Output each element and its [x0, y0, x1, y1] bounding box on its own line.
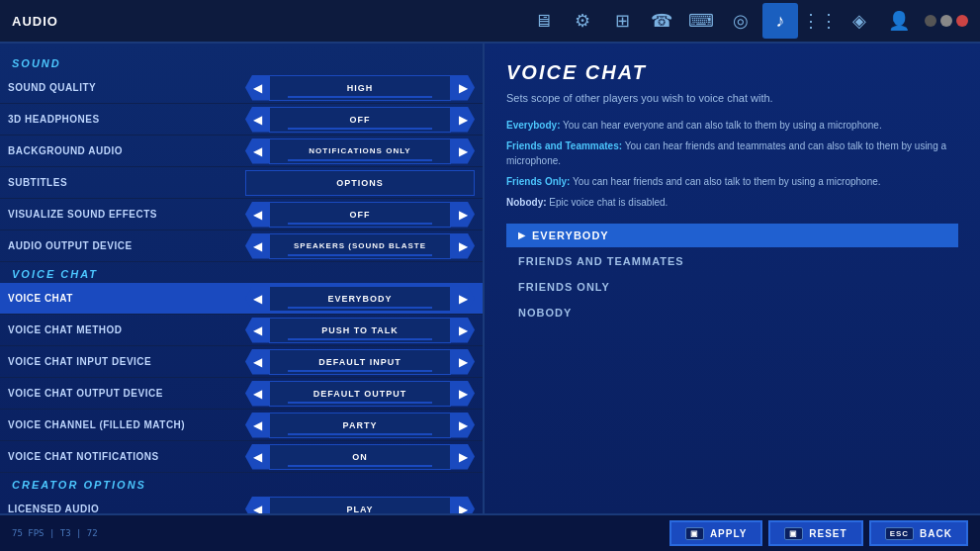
right-panel-title: VOICE CHAT [506, 61, 958, 84]
3d-headphones-value: OFF [269, 107, 451, 133]
subtitles-options-btn[interactable]: OPTIONS [245, 170, 475, 196]
setting-row-sound-quality: SOUND QUALITY ◀ HIGH ▶ [0, 72, 483, 104]
audio-output-label: AUDIO OUTPUT DEVICE [8, 240, 245, 251]
desc-nobody: Nobody: Epic voice chat is disabled. [506, 195, 958, 210]
friends-teammates-label: Friends and Teammates: [506, 140, 622, 151]
section-sound-header: SOUND [0, 51, 483, 72]
nobody-label: Nobody: [506, 197, 547, 208]
option-friends-only[interactable]: FRIENDS ONLY [506, 275, 958, 299]
friends-only-label: Friends Only: [506, 176, 570, 187]
setting-row-licensed-audio: LICENSED AUDIO ◀ PLAY ▶ [0, 494, 483, 513]
voice-notifications-right-btn[interactable]: ▶ [451, 444, 475, 470]
network-icon[interactable]: ⋮⋮ [802, 3, 838, 39]
reset-key: ▣ [784, 527, 803, 540]
friends-only-text: You can hear friends and can also talk t… [573, 176, 881, 187]
user-icon[interactable]: 👤 [881, 3, 917, 39]
3d-headphones-left-btn[interactable]: ◀ [245, 107, 269, 133]
visualize-sound-label: VISUALIZE SOUND EFFECTS [8, 209, 245, 220]
option-everybody[interactable]: EVERYBODY [506, 224, 958, 247]
gear-icon[interactable]: ⚙ [565, 3, 600, 39]
main-layout: SOUND SOUND QUALITY ◀ HIGH ▶ 3D HEADPHON… [0, 44, 980, 513]
voice-input-value: DEFAULT INPUT [269, 349, 451, 375]
3d-headphones-right-btn[interactable]: ▶ [451, 107, 475, 133]
section-creator-header: CREATOR OPTIONS [0, 473, 483, 494]
background-audio-label: BACKGROUND AUDIO [8, 145, 245, 156]
voice-chat-label: VOICE CHAT [8, 293, 245, 304]
reset-label: RESET [809, 528, 846, 539]
audio-output-value: SPEAKERS (SOUND BLASTE [269, 233, 451, 259]
option-friends-teammates[interactable]: FRIENDS AND TEAMMATES [506, 249, 958, 273]
licensed-audio-label: LICENSED AUDIO [8, 504, 245, 513]
voice-chat-method-right-btn[interactable]: ▶ [451, 318, 475, 343]
desc-friends-teammates: Friends and Teammates: You can hear frie… [506, 138, 958, 168]
audio-output-left-btn[interactable]: ◀ [245, 233, 269, 259]
everybody-text: You can hear everyone and can also talk … [563, 120, 882, 131]
voice-chat-method-control: ◀ PUSH TO TALK ▶ [245, 318, 475, 343]
subtitles-control: OPTIONS [245, 170, 475, 196]
minimize-btn[interactable] [925, 15, 936, 27]
display-icon[interactable]: ⊞ [604, 3, 640, 39]
setting-row-voice-output: VOICE CHAT OUTPUT DEVICE ◀ DEFAULT OUTPU… [0, 378, 483, 410]
sound-quality-left-btn[interactable]: ◀ [245, 75, 269, 101]
licensed-audio-left-btn[interactable]: ◀ [245, 497, 269, 514]
voice-chat-method-value: PUSH TO TALK [269, 318, 451, 343]
setting-row-voice-channel: VOICE CHANNEL (FILLED MATCH) ◀ PARTY ▶ [0, 410, 483, 441]
voice-chat-method-left-btn[interactable]: ◀ [245, 318, 269, 343]
voice-channel-left-btn[interactable]: ◀ [245, 413, 269, 438]
voice-channel-value: PARTY [269, 413, 451, 438]
sound-quality-control: ◀ HIGH ▶ [245, 75, 475, 101]
back-key: ESC [885, 527, 914, 540]
voice-notifications-label: VOICE CHAT NOTIFICATIONS [8, 451, 245, 462]
setting-row-voice-notifications: VOICE CHAT NOTIFICATIONS ◀ ON ▶ [0, 441, 483, 473]
gamepad-icon[interactable]: ◈ [842, 3, 877, 39]
reset-button[interactable]: ▣ RESET [768, 520, 862, 546]
desc-everybody: Everybody: You can hear everyone and can… [506, 118, 958, 133]
voice-input-right-btn[interactable]: ▶ [451, 349, 475, 375]
visualize-sound-left-btn[interactable]: ◀ [245, 202, 269, 228]
section-voice-chat-header: VOICE CHAT [0, 262, 483, 283]
close-btn[interactable] [956, 15, 968, 27]
audio-output-right-btn[interactable]: ▶ [451, 233, 475, 259]
voice-chat-option-list: EVERYBODY FRIENDS AND TEAMMATES FRIENDS … [506, 224, 958, 324]
option-nobody[interactable]: NOBODY [506, 301, 958, 324]
background-audio-control: ◀ NOTIFICATIONS ONLY ▶ [245, 138, 475, 164]
3d-headphones-control: ◀ OFF ▶ [245, 107, 475, 133]
audio-icon[interactable]: ♪ [762, 3, 798, 39]
licensed-audio-control: ◀ PLAY ▶ [245, 497, 475, 514]
keyboard-icon[interactable]: ⌨ [683, 3, 719, 39]
nobody-text: Epic voice chat is disabled. [549, 197, 668, 208]
left-panel: SOUND SOUND QUALITY ◀ HIGH ▶ 3D HEADPHON… [0, 44, 485, 513]
bottom-bar: 75 FPS | T3 | 72 ▣ APPLY ▣ RESET ESC BAC… [0, 513, 980, 551]
voice-output-right-btn[interactable]: ▶ [451, 381, 475, 407]
apply-button[interactable]: ▣ APPLY [669, 520, 762, 546]
voice-output-value: DEFAULT OUTPUT [269, 381, 451, 407]
desc-friends-only: Friends Only: You can hear friends and c… [506, 174, 958, 189]
voice-channel-control: ◀ PARTY ▶ [245, 413, 475, 438]
controller-small-icon[interactable]: ◎ [723, 3, 758, 39]
3d-headphones-label: 3D HEADPHONES [8, 114, 245, 125]
sound-quality-right-btn[interactable]: ▶ [451, 75, 475, 101]
right-panel: VOICE CHAT Sets scope of other players y… [485, 44, 980, 513]
visualize-sound-control: ◀ OFF ▶ [245, 202, 475, 228]
voice-input-control: ◀ DEFAULT INPUT ▶ [245, 349, 475, 375]
licensed-audio-right-btn[interactable]: ▶ [451, 497, 475, 514]
visualize-sound-right-btn[interactable]: ▶ [451, 202, 475, 228]
voice-channel-right-btn[interactable]: ▶ [451, 413, 475, 438]
maximize-btn[interactable] [940, 15, 952, 27]
voice-notifications-left-btn[interactable]: ◀ [245, 444, 269, 470]
voice-channel-label: VOICE CHANNEL (FILLED MATCH) [8, 419, 245, 430]
voice-chat-right-btn[interactable]: ▶ [451, 286, 475, 312]
phone-icon[interactable]: ☎ [644, 3, 679, 39]
top-bar: AUDIO 🖥 ⚙ ⊞ ☎ ⌨ ◎ ♪ ⋮⋮ ◈ 👤 [0, 0, 980, 44]
back-label: BACK [920, 528, 952, 539]
background-audio-left-btn[interactable]: ◀ [245, 138, 269, 164]
background-audio-right-btn[interactable]: ▶ [451, 138, 475, 164]
monitor-icon[interactable]: 🖥 [525, 3, 561, 39]
right-panel-subtitle: Sets scope of other players you wish to … [506, 92, 958, 104]
back-button[interactable]: ESC BACK [869, 520, 968, 546]
fps-info: 75 FPS | T3 | 72 [12, 528, 98, 538]
setting-row-3d-headphones: 3D HEADPHONES ◀ OFF ▶ [0, 104, 483, 136]
voice-input-left-btn[interactable]: ◀ [245, 349, 269, 375]
voice-output-left-btn[interactable]: ◀ [245, 381, 269, 407]
voice-chat-left-btn[interactable]: ◀ [245, 286, 269, 312]
